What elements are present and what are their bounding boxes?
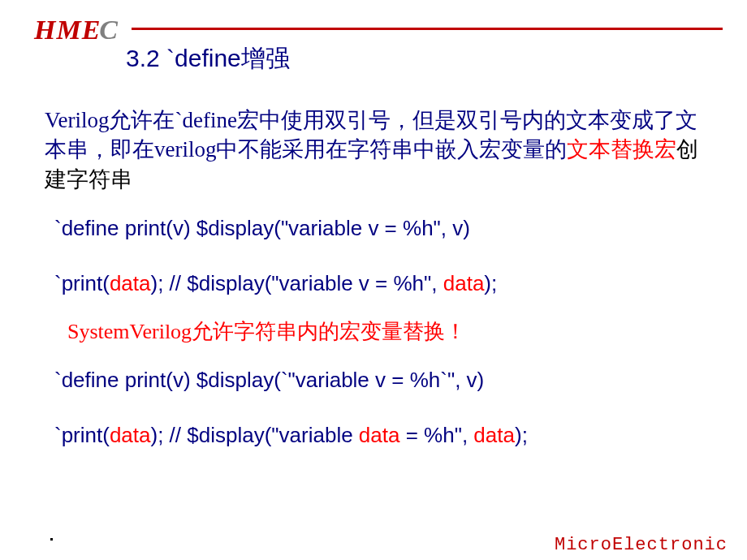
code2-d: data bbox=[443, 271, 485, 295]
code4-a: `print( bbox=[54, 423, 110, 447]
code-define-2: `define print(v) $display(`"variable v =… bbox=[54, 367, 702, 394]
intro-paragraph: Verilog允许在`define宏中使用双引号，但是双引号内的文本变成了文本串… bbox=[45, 106, 702, 194]
code-print-2: `print(data); // $display("variable data… bbox=[54, 422, 702, 450]
code4-d: data bbox=[359, 423, 400, 447]
hmec-logo: HMEC bbox=[34, 15, 119, 45]
code2-e: ); bbox=[484, 271, 497, 295]
code4-c: ); // $display("variable bbox=[151, 423, 359, 447]
code-define-1: `define print(v) $display("variable v = … bbox=[54, 215, 702, 243]
bullet-dot bbox=[50, 538, 53, 541]
slide-title: 3.2 `define增强 bbox=[126, 42, 290, 75]
footer-brand: MicroElectronic bbox=[555, 535, 728, 555]
code2-b: data bbox=[110, 271, 151, 295]
code4-e: = %h", bbox=[399, 423, 473, 447]
intro-text-b: 文本替换宏 bbox=[567, 137, 676, 162]
slide-content: Verilog允许在`define宏中使用双引号，但是双引号内的文本变成了文本串… bbox=[45, 106, 702, 450]
code2-c: ); // $display("variable v = %h", bbox=[151, 271, 443, 295]
code4-f: data bbox=[473, 423, 515, 447]
code4-b: data bbox=[110, 423, 151, 447]
logo-suffix: C bbox=[99, 15, 119, 45]
code-print-1: `print(data); // $display("variable v = … bbox=[54, 270, 702, 298]
code2-a: `print( bbox=[54, 271, 110, 295]
logo-main: HME bbox=[34, 15, 101, 45]
sv-note-text: SystemVerilog允许字符串内的宏变量替换！ bbox=[67, 320, 466, 343]
code3-a: `define print(v) $display(`"variable v =… bbox=[54, 368, 484, 392]
code1-a: `define print(v) $display("variable v = … bbox=[54, 216, 470, 240]
systemverilog-note: SystemVerilog允许字符串内的宏变量替换！ bbox=[67, 317, 702, 346]
code4-g: ); bbox=[515, 423, 528, 447]
header-divider bbox=[132, 28, 723, 30]
